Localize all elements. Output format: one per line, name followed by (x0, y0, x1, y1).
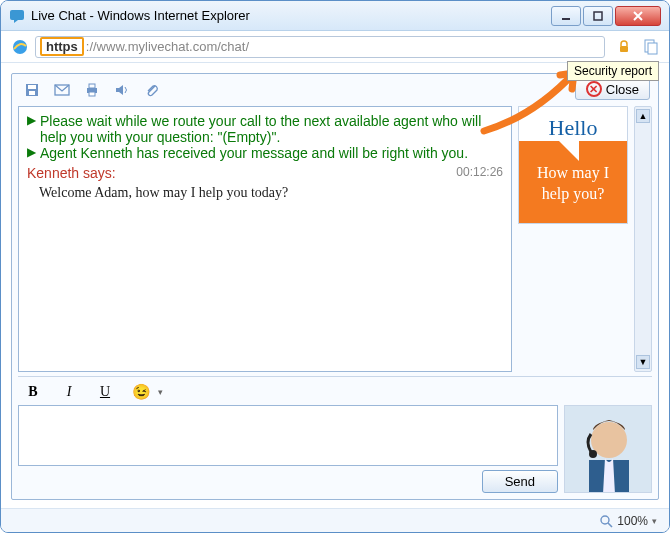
url-scheme-highlight: https (40, 37, 84, 56)
input-row: Send (18, 405, 652, 493)
zoom-dropdown-icon[interactable]: ▾ (652, 516, 657, 526)
address-bar[interactable]: https ://www.mylivechat.com/chat/ (35, 36, 605, 58)
bold-button[interactable]: B (24, 384, 42, 400)
url-rest: ://www.mylivechat.com/chat/ (86, 39, 249, 54)
svg-rect-1 (562, 18, 570, 20)
message-input[interactable] (18, 405, 558, 466)
close-x-icon: ✕ (586, 81, 602, 97)
content-area: ✕ Close ▶Please wait while we route your… (1, 63, 669, 508)
zoom-level: 100% (617, 514, 648, 528)
livechat-app-icon (9, 8, 25, 24)
svg-rect-2 (594, 12, 602, 20)
svg-line-19 (608, 523, 612, 527)
caret-icon: ▶ (27, 145, 36, 159)
system-message: ▶Agent Kenneth has received your message… (27, 145, 503, 161)
chat-close-button[interactable]: ✕ Close (575, 78, 650, 100)
email-icon[interactable] (54, 82, 70, 98)
transcript: ▶Please wait while we route your call to… (18, 106, 512, 372)
agent-says-line: Kenneth says: 00:12:26 (27, 165, 503, 181)
chat-frame: ✕ Close ▶Please wait while we route your… (11, 73, 659, 500)
scroll-down-button[interactable]: ▼ (636, 355, 650, 369)
svg-rect-13 (89, 92, 95, 96)
svg-point-18 (601, 516, 609, 524)
promo-column: Hello How may I help you? (518, 106, 628, 372)
svg-rect-8 (28, 85, 36, 89)
timestamp: 00:12:26 (456, 165, 503, 181)
promo-scrollbar: ▲ ▼ (634, 106, 652, 372)
speech-tail-icon (559, 141, 579, 161)
close-label: Close (606, 82, 639, 97)
window-title: Live Chat - Windows Internet Explorer (31, 8, 549, 23)
attach-icon[interactable] (144, 82, 160, 98)
status-bar: 100% ▾ (1, 508, 669, 532)
promo-card: Hello How may I help you? (518, 106, 628, 224)
emoji-dropdown-icon[interactable]: ▾ (158, 387, 163, 397)
lock-icon[interactable] (617, 40, 631, 54)
ie-logo-icon (11, 38, 29, 56)
svg-point-17 (589, 450, 597, 458)
italic-button[interactable]: I (60, 384, 78, 400)
print-icon[interactable] (84, 82, 100, 98)
format-bar: B I U 😉▾ (18, 376, 652, 405)
title-bar: Live Chat - Windows Internet Explorer (1, 1, 669, 31)
minimize-button[interactable] (551, 6, 581, 26)
browser-window: Live Chat - Windows Internet Explorer ht… (0, 0, 670, 533)
agent-avatar (564, 405, 652, 493)
svg-rect-6 (648, 43, 657, 54)
agent-message: Welcome Adam, how may I help you today? (27, 181, 503, 201)
svg-rect-4 (620, 46, 628, 52)
maximize-button[interactable] (583, 6, 613, 26)
chat-toolbar (18, 80, 652, 106)
svg-rect-9 (29, 91, 35, 95)
scroll-up-button[interactable]: ▲ (636, 109, 650, 123)
underline-button[interactable]: U (96, 384, 114, 400)
save-icon[interactable] (24, 82, 40, 98)
svg-rect-0 (10, 10, 24, 20)
input-wrap: Send (18, 405, 558, 493)
send-button[interactable]: Send (482, 470, 558, 493)
svg-rect-12 (89, 84, 95, 88)
address-bar-row: https ://www.mylivechat.com/chat/ (1, 31, 669, 63)
page-menu-icon[interactable] (643, 39, 659, 55)
window-close-button[interactable] (615, 6, 661, 26)
system-message: ▶Please wait while we route your call to… (27, 113, 503, 145)
zoom-icon[interactable] (599, 514, 613, 528)
emoji-button[interactable]: 😉 (132, 383, 150, 401)
promo-hello: Hello (519, 107, 627, 141)
security-tooltip: Security report (567, 61, 659, 81)
caret-icon: ▶ (27, 113, 36, 127)
mid-row: ▶Please wait while we route your call to… (18, 106, 652, 372)
sound-icon[interactable] (114, 82, 130, 98)
